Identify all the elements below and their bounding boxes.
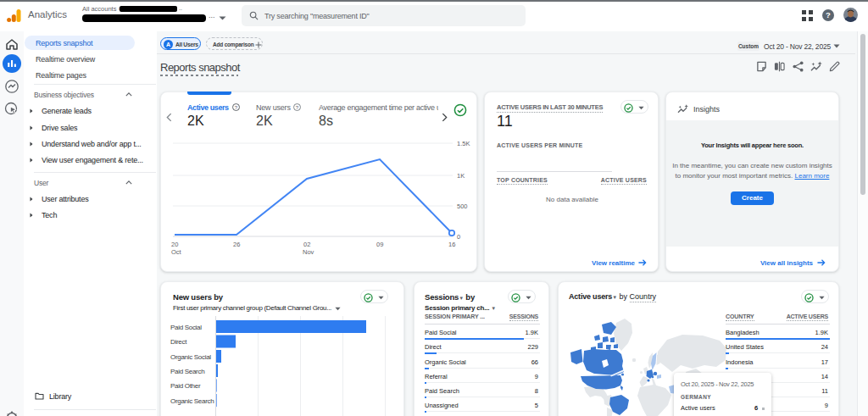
svg-text:Nov: Nov [303, 248, 314, 256]
svg-text:Paid Social: Paid Social [170, 324, 202, 331]
svg-text:02: 02 [303, 241, 310, 248]
svg-text:09: 09 [376, 241, 383, 248]
svg-text:20: 20 [171, 241, 178, 248]
svg-text:Paid Other: Paid Other [170, 382, 201, 390]
svg-text:16: 16 [448, 241, 455, 248]
svg-text:Direct: Direct [170, 338, 187, 346]
svg-text:Organic Social: Organic Social [170, 353, 211, 361]
svg-text:Paid Search: Paid Search [170, 368, 204, 375]
svg-text:26: 26 [233, 241, 240, 248]
svg-text:Oct: Oct [171, 248, 182, 256]
svg-text:500: 500 [457, 202, 468, 210]
svg-text:1K: 1K [457, 172, 465, 180]
svg-text:0: 0 [457, 233, 460, 241]
svg-text:1.5K: 1.5K [457, 140, 470, 147]
svg-text:Organic Search: Organic Search [170, 397, 214, 405]
